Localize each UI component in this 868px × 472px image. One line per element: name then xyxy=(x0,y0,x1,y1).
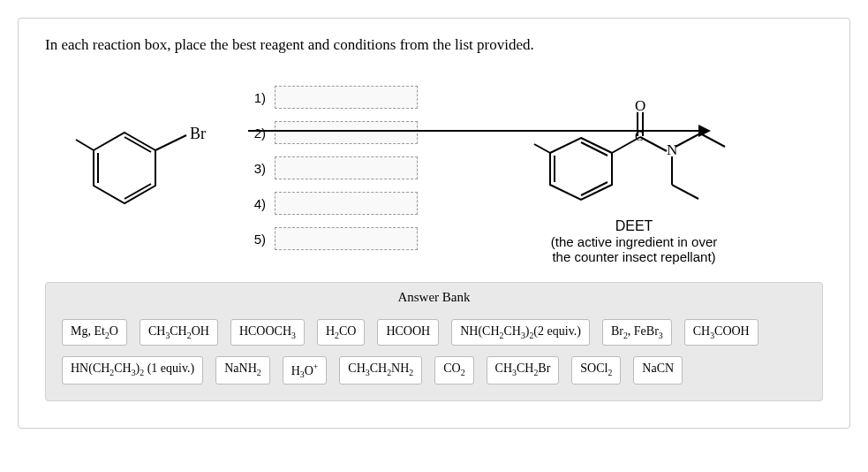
reagent-chip[interactable]: H2CO xyxy=(317,319,365,346)
step-label-2: 2) xyxy=(248,126,266,141)
svg-line-15 xyxy=(676,133,700,147)
svg-marker-0 xyxy=(94,133,155,203)
svg-line-18 xyxy=(672,185,698,199)
reagent-slot-2[interactable] xyxy=(275,121,418,144)
reagent-chip[interactable]: CO2 xyxy=(434,356,473,384)
reagent-slot-1[interactable] xyxy=(275,86,418,109)
reagent-chip[interactable]: HCOOCH3 xyxy=(230,319,305,346)
svg-marker-6 xyxy=(550,138,612,200)
reagent-chip[interactable]: Mg, Et2O xyxy=(62,319,127,346)
br-label: Br xyxy=(190,125,206,142)
reagent-chip[interactable]: CH3COOH xyxy=(684,319,759,346)
reagent-chip[interactable]: H3O+ xyxy=(283,356,328,384)
reagent-chip[interactable]: HCOOH xyxy=(377,319,439,346)
svg-line-14 xyxy=(640,137,667,151)
svg-line-5 xyxy=(155,135,186,150)
question-container: In each reaction box, place the best rea… xyxy=(18,18,850,429)
question-prompt: In each reaction box, place the best rea… xyxy=(45,36,823,54)
reaction-scheme: Br 1) 2) 3) 4) 5) xyxy=(45,72,823,264)
reagent-steps: 1) 2) 3) 4) 5) xyxy=(248,83,418,253)
product-name: DEET xyxy=(551,218,717,234)
product-desc-1: (the active ingredient in over xyxy=(551,234,717,249)
svg-line-4 xyxy=(76,140,94,150)
nitrogen-label: N xyxy=(667,141,677,158)
answer-bank-title: Answer Bank xyxy=(46,283,822,312)
reagent-chip[interactable]: SOCl2 xyxy=(571,356,621,384)
step-label-5: 5) xyxy=(248,232,266,247)
reagent-chip[interactable]: NaCN xyxy=(633,356,683,384)
reagent-chip[interactable]: CH3CH2NH2 xyxy=(339,356,422,384)
reagent-slot-4[interactable] xyxy=(275,192,418,215)
oxygen-label: O xyxy=(635,98,645,114)
answer-bank-row-1: Mg, Et2OCH3CH2OHHCOOCH3H2COHCOOHNH(CH2CH… xyxy=(62,319,806,346)
step-label-1: 1) xyxy=(248,90,266,105)
product-desc-2: the counter insect repellant) xyxy=(551,249,717,264)
step-label-3: 3) xyxy=(248,161,266,176)
reagent-chip[interactable]: Br2, FeBr3 xyxy=(602,319,672,346)
product-column: O N C DEET (the active ingredient in ove… xyxy=(532,98,736,264)
reagent-slot-5[interactable] xyxy=(275,227,418,250)
step-label-4: 4) xyxy=(248,196,266,211)
svg-text:C: C xyxy=(635,130,643,143)
product-caption: DEET (the active ingredient in over the … xyxy=(551,218,717,264)
product-structure: O N C xyxy=(532,98,736,213)
reagent-slot-3[interactable] xyxy=(275,156,418,179)
svg-line-10 xyxy=(534,144,550,153)
answer-bank: Answer Bank Mg, Et2OCH3CH2OHHCOOCH3H2COH… xyxy=(45,282,823,401)
answer-bank-row-2: HN(CH2CH3)2 (1 equiv.)NaNH2H3O+CH3CH2NH2… xyxy=(62,356,806,384)
reaction-arrow xyxy=(248,130,709,132)
reagent-chip[interactable]: CH3CH2Br xyxy=(487,356,560,384)
reactant-structure: Br xyxy=(72,102,230,234)
reagent-chip[interactable]: NaNH2 xyxy=(215,356,269,384)
reagent-chip[interactable]: NH(CH2CH3)2(2 equiv.) xyxy=(451,319,590,346)
reagent-chip[interactable]: HN(CH2CH3)2 (1 equiv.) xyxy=(62,356,203,384)
reagent-chip[interactable]: CH3CH2OH xyxy=(140,319,218,346)
